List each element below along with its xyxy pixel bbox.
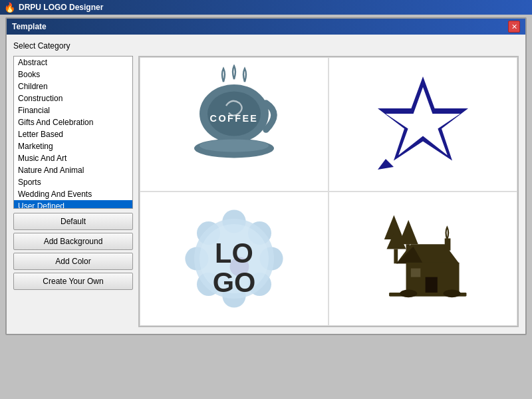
close-button[interactable]: ✕ [508,21,520,33]
dialog-title: Template [12,22,47,31]
svg-marker-23 [399,220,418,244]
svg-point-33 [444,290,461,298]
logo-grid: COFFEE [138,56,519,327]
coffee-cup-svg: COFFEE [181,65,287,184]
logo-cell-coffee[interactable]: COFFEE [140,57,329,192]
category-item-books[interactable]: Books [14,68,132,80]
category-item-children[interactable]: Children [14,80,132,92]
app-icon: 🔥 [4,2,15,13]
category-item-gifts[interactable]: Gifts And Celebration [14,116,132,128]
house-svg [370,199,476,319]
star-svg [370,65,476,184]
svg-text:COFFEE: COFFEE [210,113,259,124]
main-layout: AbstractBooksChildrenConstructionFinanci… [13,56,519,327]
dialog-title-bar: Template ✕ [7,19,525,35]
add-color-button[interactable]: Add Color [13,253,133,270]
category-item-marketing[interactable]: Marketing [14,140,132,152]
button-group: Default Add Background Add Color Create … [13,213,133,290]
logo-cell-star[interactable] [329,57,517,192]
category-item-nature[interactable]: Nature And Animal [14,164,132,176]
svg-point-3 [200,139,269,152]
app-title-bar: 🔥 DRPU LOGO Designer [0,0,532,15]
logo-cell-text[interactable]: LO GO [140,192,329,326]
add-background-button[interactable]: Add Background [13,233,133,250]
category-list[interactable]: AbstractBooksChildrenConstructionFinanci… [13,56,133,209]
select-category-label: Select Category [13,41,519,51]
category-item-music[interactable]: Music And Art [14,152,132,164]
logo-text-svg: LO GO [181,199,287,319]
svg-text:GO: GO [213,267,256,298]
svg-point-32 [400,290,417,298]
category-item-letter[interactable]: Letter Based [14,128,132,140]
logo-cell-house[interactable] [329,192,517,326]
left-panel: AbstractBooksChildrenConstructionFinanci… [13,56,133,327]
svg-text:LO: LO [215,237,253,269]
svg-rect-30 [445,238,451,250]
category-item-abstract[interactable]: Abstract [14,57,132,68]
category-item-sports[interactable]: Sports [14,176,132,188]
dialog-content: Select Category AbstractBooksChildrenCon… [7,35,525,334]
svg-rect-22 [394,249,398,263]
main-window: Template ✕ Select Category AbstractBooks… [5,17,527,335]
svg-rect-28 [426,277,438,294]
default-button[interactable]: Default [13,213,133,230]
category-item-wedding[interactable]: Wedding And Events [14,188,132,200]
app-title: DRPU LOGO Designer [19,3,103,12]
category-item-construction[interactable]: Construction [14,92,132,104]
create-own-button[interactable]: Create Your Own [13,273,133,290]
category-item-user[interactable]: User Defined [14,200,132,209]
svg-rect-29 [411,269,421,277]
category-item-financial[interactable]: Financial [14,104,132,116]
